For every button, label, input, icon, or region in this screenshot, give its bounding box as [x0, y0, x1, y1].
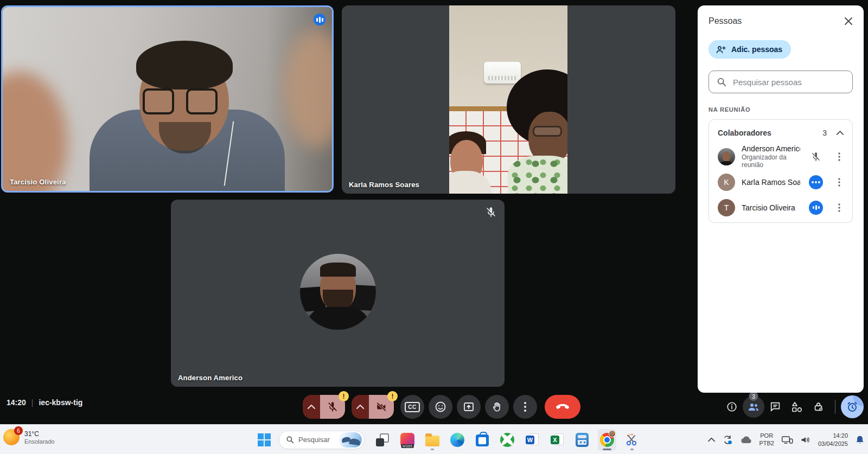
- sync-update-icon[interactable]: [722, 434, 733, 445]
- avatar-initial: K: [724, 178, 729, 187]
- participant-menu-button[interactable]: [832, 152, 847, 161]
- person-hair: [320, 263, 356, 277]
- volume-icon[interactable]: [800, 435, 811, 445]
- taskbar-search-box[interactable]: Pesquisar: [279, 431, 365, 449]
- taskbar-app-edge[interactable]: [448, 429, 467, 451]
- chat-button[interactable]: [764, 395, 786, 419]
- reactions-button[interactable]: [429, 395, 452, 419]
- people-icon: [747, 400, 760, 413]
- search-icon: [286, 436, 294, 444]
- search-people-box[interactable]: [709, 71, 853, 93]
- avatar: [300, 254, 376, 330]
- chrome-profile-avatar: [609, 430, 616, 437]
- sun-icon: 6: [3, 429, 20, 445]
- taskbar-app-xbox[interactable]: [498, 429, 516, 451]
- host-controls-button[interactable]: [808, 395, 829, 419]
- start-button[interactable]: [255, 429, 273, 451]
- in-meeting-section-label: NA REUNIÃO: [709, 106, 853, 113]
- participant-name: Karla Ramos Soares: [742, 178, 800, 187]
- participant-row: K Karla Ramos Soares: [709, 169, 852, 195]
- taskbar-app-calculator[interactable]: [573, 429, 591, 451]
- tray-chevron-up-icon[interactable]: [708, 437, 715, 442]
- more-options-button[interactable]: [513, 395, 537, 419]
- divider: [835, 400, 835, 414]
- excel-icon: X: [551, 433, 564, 446]
- video-tile-tarcisio[interactable]: Tarcisio Oliveira: [1, 5, 334, 193]
- mic-options-chevron[interactable]: [303, 395, 320, 419]
- windows-taskbar: 6 31°C Ensolarado Pesquisar: [0, 424, 868, 454]
- taskbar-app-file-explorer[interactable]: [423, 429, 442, 451]
- clock-date[interactable]: 14:20 03/04/2025: [818, 432, 848, 448]
- meeting-details-button[interactable]: [721, 395, 743, 419]
- microsoft-store-icon: [476, 434, 489, 446]
- contributors-group-header[interactable]: Colaboradores 3: [709, 122, 852, 144]
- windows-logo-icon: [258, 433, 271, 446]
- camera-options-chevron[interactable]: [352, 395, 369, 419]
- captions-button[interactable]: CC: [400, 395, 424, 419]
- calculator-icon: [576, 433, 589, 447]
- mic-off-icon: [807, 151, 825, 162]
- speaking-indicator-icon: [807, 175, 825, 189]
- weather-temperature: 31°C: [24, 430, 55, 438]
- network-display-icon[interactable]: [781, 435, 793, 445]
- kebab-icon: [838, 203, 840, 212]
- camera-warning-badge: !: [387, 391, 398, 401]
- task-view-button[interactable]: [373, 429, 392, 451]
- onedrive-cloud-icon[interactable]: [740, 436, 752, 444]
- notification-bell-icon[interactable]: [855, 434, 865, 445]
- end-call-button[interactable]: [545, 395, 580, 419]
- kebab-icon: [838, 152, 840, 161]
- camera-off-button[interactable]: !: [369, 395, 394, 419]
- activities-button[interactable]: [786, 395, 808, 419]
- taskbar-app-chrome[interactable]: [598, 429, 616, 451]
- participant-name: Tarcisio Oliveira: [742, 203, 800, 212]
- avatar-photo: [718, 148, 735, 165]
- avatar: T: [718, 199, 735, 216]
- avatar: [718, 148, 735, 165]
- language-indicator[interactable]: POR PTB2: [759, 432, 774, 447]
- search-placeholder: Pesquisar: [298, 436, 335, 444]
- edge-icon: [450, 433, 464, 447]
- add-people-button[interactable]: Adic. pessoas: [709, 40, 791, 59]
- timer-extension-button[interactable]: [841, 395, 864, 418]
- mic-warning-badge: !: [339, 391, 349, 401]
- taskbar-app-m365[interactable]: M365: [398, 429, 417, 451]
- weather-widget[interactable]: 6 31°C Ensolarado: [3, 429, 55, 445]
- meeting-info: 14:20 | iec-kbsw-tig: [7, 398, 82, 407]
- divider: |: [31, 398, 34, 407]
- people-panel-button[interactable]: 3: [743, 395, 764, 419]
- cc-icon: CC: [405, 402, 419, 412]
- meeting-code: iec-kbsw-tig: [39, 398, 82, 407]
- close-icon[interactable]: [844, 17, 853, 25]
- taskbar-app-snipping-tool[interactable]: [623, 429, 641, 451]
- participant-row: Anderson Americo (Você) Organizador da r…: [709, 144, 852, 169]
- participant-menu-button[interactable]: [832, 178, 847, 187]
- mic-off-icon: [485, 206, 497, 218]
- contributors-group: Colaboradores 3 Anderson Americo (Você) …: [709, 119, 853, 223]
- mic-mute-button[interactable]: !: [320, 395, 345, 419]
- word-icon: W: [526, 433, 539, 446]
- search-icon: [717, 77, 726, 87]
- taskbar-app-excel[interactable]: X: [548, 429, 566, 451]
- present-screen-button[interactable]: [457, 395, 481, 419]
- raise-hand-button[interactable]: [485, 395, 509, 419]
- taskbar-app-store[interactable]: [473, 429, 492, 451]
- participant-count-badge: 3: [749, 392, 758, 401]
- task-view-icon: [376, 433, 389, 446]
- video-tile-karla[interactable]: Karla Ramos Soares: [342, 5, 675, 194]
- xbox-icon: [500, 433, 514, 447]
- tile-name-label: Karla Ramos Soares: [349, 181, 419, 189]
- participant-menu-button[interactable]: [832, 203, 847, 212]
- tile-video-background: [449, 5, 567, 194]
- search-people-input[interactable]: [733, 78, 841, 87]
- search-highlight-image: [339, 432, 362, 447]
- kebab-icon: [524, 401, 527, 412]
- snipping-tool-icon: [625, 433, 639, 447]
- video-tile-anderson[interactable]: Anderson Americo: [171, 200, 505, 387]
- meet-control-bar: 14:20 | iec-kbsw-tig !: [0, 394, 868, 419]
- person-add-icon: [716, 44, 726, 54]
- group-label: Colaboradores: [718, 129, 822, 137]
- hand-icon: [491, 401, 503, 413]
- person-torso: [305, 307, 371, 330]
- taskbar-app-word[interactable]: W: [523, 429, 541, 451]
